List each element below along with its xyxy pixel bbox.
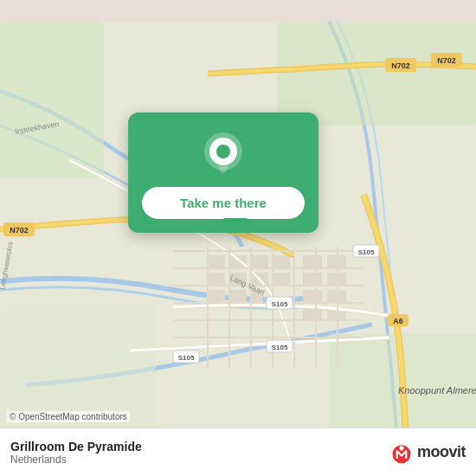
svg-point-60: [216, 145, 230, 158]
svg-rect-20: [303, 290, 322, 302]
svg-rect-16: [303, 255, 322, 267]
action-card: Take me there: [128, 113, 318, 233]
map-svg: N702 N702 N702 S105 S105 S105 A6 Knooppu…: [0, 0, 476, 476]
moovit-logo: moovit: [389, 441, 466, 465]
svg-text:S105: S105: [178, 354, 195, 362]
card-pointer: [223, 218, 248, 234]
copyright-text: © OpenStreetMap contributors: [7, 411, 130, 422]
svg-rect-5: [208, 255, 225, 267]
pin-icon: [200, 130, 247, 177]
svg-rect-1: [0, 22, 104, 177]
svg-text:N702: N702: [10, 226, 29, 235]
svg-rect-14: [229, 290, 247, 302]
bottom-bar: Grillroom De Pyramide Netherlands moovit: [0, 428, 476, 476]
svg-text:A6: A6: [393, 317, 403, 325]
svg-rect-2: [277, 22, 476, 125]
place-info: Grillroom De Pyramide Netherlands: [10, 440, 142, 466]
svg-text:S105: S105: [272, 344, 288, 351]
moovit-logo-icon: [389, 441, 414, 465]
svg-point-62: [399, 446, 403, 450]
svg-text:S105: S105: [358, 248, 375, 256]
svg-rect-7: [251, 255, 268, 267]
place-name: Grillroom De Pyramide: [10, 440, 142, 453]
map-container: N702 N702 N702 S105 S105 S105 A6 Knooppu…: [0, 0, 476, 476]
svg-text:Knooppunt Almere: Knooppunt Almere: [398, 385, 476, 396]
svg-text:S105: S105: [272, 300, 288, 308]
svg-rect-18: [303, 273, 322, 285]
svg-text:N702: N702: [437, 56, 456, 65]
svg-rect-8: [273, 255, 290, 267]
svg-rect-13: [208, 290, 225, 302]
take-me-there-button[interactable]: Take me there: [142, 187, 305, 219]
svg-text:N702: N702: [391, 61, 410, 70]
place-country: Netherlands: [10, 453, 142, 466]
moovit-text: moovit: [417, 443, 466, 461]
svg-rect-9: [208, 273, 225, 285]
svg-rect-12: [273, 273, 290, 285]
